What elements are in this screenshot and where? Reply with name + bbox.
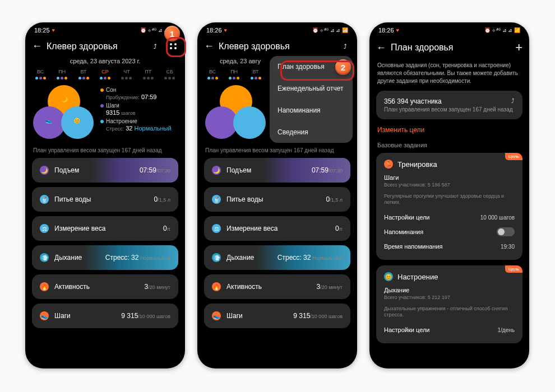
status-icons: ⏰ ⟐ ⁴ᴳ ⊿ ⊿ 📶 <box>484 27 520 33</box>
screen-3-health-plan: 18:26♥ ⏰ ⟐ ⁴ᴳ ⊿ ⊿ 📶 ← План здоровья + Ос… <box>369 22 529 368</box>
cards-list: 🌙Подъем07:59/07:30🥤Питье воды0/1,5 л⚖Изм… <box>197 158 357 328</box>
menu-item[interactable]: Сведения <box>270 121 353 143</box>
annotation-badge-2: 2 <box>335 59 351 75</box>
week-row: ВСПНВТСРЧТПТСБ <box>25 69 185 80</box>
health-icon: ♥ <box>52 27 55 33</box>
card-icon: 💨 <box>40 253 49 262</box>
clover-graphic <box>205 85 267 144</box>
back-icon[interactable]: ← <box>204 40 214 52</box>
clover-graphic: 🌙 👟 😊 <box>33 85 95 144</box>
card-Дыхание[interactable]: 💨ДыханиеСтресс: 32 Нормальный <box>32 245 178 270</box>
card-Питье воды[interactable]: 🥤Питье воды0/1,5 л <box>32 187 178 212</box>
menu-item[interactable]: Напоминания <box>270 99 353 121</box>
status-time: 18:26 <box>378 27 394 34</box>
card-Дыхание[interactable]: 💨ДыханиеСтресс: 32 Нормальный <box>204 245 350 270</box>
add-icon[interactable]: + <box>515 40 522 55</box>
health-icon: ♥ <box>396 27 399 33</box>
card-icon: 👟 <box>212 311 221 320</box>
workout-card: Цель 🏃Тренировка Шаги Всего участников: … <box>376 153 522 260</box>
card-Активность[interactable]: 🔥Активность3/20 минут <box>32 274 178 299</box>
day-ВС[interactable]: ВС <box>207 69 218 80</box>
plan-note: План управления весом запущен 167 дней н… <box>197 147 357 153</box>
card-Шаги[interactable]: 👟Шаги9 315/10 000 шагов <box>204 304 350 328</box>
status-time: 18:25 <box>34 27 50 34</box>
day-ПН[interactable]: ПН <box>57 69 67 80</box>
cards-list: 🌙Подъем07:59/07:30🥤Питье воды0/1,5 л⚖Изм… <box>25 158 185 328</box>
date-label: среда, 23 августа 2023 г. <box>25 58 185 64</box>
share-icon[interactable]: ⤴ <box>150 41 160 52</box>
reminder-toggle[interactable] <box>497 227 515 236</box>
plan-note: План управления весом запущен 167 дней н… <box>25 147 185 153</box>
mood-icon: 😊 <box>384 272 393 281</box>
participants-box[interactable]: 356 394 участника План управления весом … <box>376 91 522 119</box>
run-icon: 🏃 <box>384 160 393 169</box>
back-icon[interactable]: ← <box>32 40 42 52</box>
screen-2-menu-open: 18:26♥ ⏰ ⟐ ⁴ᴳ ⊿ ⊿ 📶 ← Клевер здоровья ⤴ … <box>197 22 357 368</box>
card-icon: 🌙 <box>40 166 49 175</box>
card-icon: 🥤 <box>40 195 49 204</box>
card-icon: 💨 <box>212 253 221 262</box>
status-bar: 18:25♥ ⏰ ⟐ ⁴ᴳ ⊿ ⊿ 📶 <box>25 22 185 38</box>
card-Питье воды[interactable]: 🥤Питье воды0/1,5 л <box>204 187 350 212</box>
menu-icon[interactable] <box>168 41 178 52</box>
plan-description: Основные задания (сон, тренировка и наст… <box>369 58 529 91</box>
card-Шаги[interactable]: 👟Шаги9 315/10 000 шагов <box>32 304 178 328</box>
share-icon[interactable]: ⤴ <box>340 41 350 52</box>
goal-settings-row[interactable]: Настройки цели10 000 шагов <box>384 211 515 224</box>
page-title: Клевер здоровья <box>47 41 142 52</box>
card-Измерение веса[interactable]: ⚖Измерение веса0π <box>32 216 178 241</box>
goal-tag: Цель <box>505 153 522 160</box>
sleep-label: Сон <box>106 87 116 93</box>
card-icon: ⚖ <box>40 224 49 233</box>
goal-tag: Цель <box>505 265 522 273</box>
card-Измерение веса[interactable]: ⚖Измерение веса0π <box>204 216 350 241</box>
mood-label: Настроение <box>106 118 137 124</box>
day-ЧТ[interactable]: ЧТ <box>121 69 132 80</box>
mood-card: Цель 😊Настроение Дыхание Всего участнико… <box>376 265 522 343</box>
card-Подъем[interactable]: 🌙Подъем07:59/07:30 <box>204 158 350 183</box>
page-title: План здоровья <box>391 43 511 53</box>
day-ПН[interactable]: ПН <box>229 69 239 80</box>
day-СР[interactable]: СР <box>100 69 110 80</box>
health-icon: ♥ <box>224 27 227 33</box>
card-icon: 🔥 <box>40 282 49 291</box>
status-bar: 18:26♥ ⏰ ⟐ ⁴ᴳ ⊿ ⊿ 📶 <box>369 22 529 38</box>
status-time: 18:26 <box>206 27 222 34</box>
card-icon: ⚖ <box>212 224 221 233</box>
day-ВТ[interactable]: ВТ <box>78 69 89 80</box>
card-icon: 🌙 <box>212 166 221 175</box>
day-ВТ[interactable]: ВТ <box>251 69 261 80</box>
card-icon: 🥤 <box>212 195 221 204</box>
status-icons: ⏰ ⟐ ⁴ᴳ ⊿ ⊿ 📶 <box>312 27 348 33</box>
status-bar: 18:26♥ ⏰ ⟐ ⁴ᴳ ⊿ ⊿ 📶 <box>197 22 357 38</box>
menu-item[interactable]: Еженедельный отчет <box>270 77 353 99</box>
day-ВС[interactable]: ВС <box>35 69 46 80</box>
card-icon: 👟 <box>40 311 49 320</box>
page-title: Клевер здоровья <box>219 41 332 52</box>
section-title: Базовые задания <box>369 139 529 153</box>
reminders-row[interactable]: Напоминания <box>384 224 515 240</box>
screen-1-clover: 18:25♥ ⏰ ⟐ ⁴ᴳ ⊿ ⊿ 📶 ← Клевер здоровья ⤴ … <box>25 22 185 368</box>
card-Подъем[interactable]: 🌙Подъем07:59/07:30 <box>32 158 178 183</box>
back-icon[interactable]: ← <box>376 42 386 54</box>
share-icon[interactable]: ⤴ <box>511 97 515 104</box>
change-goals-link[interactable]: Изменить цели <box>369 125 529 139</box>
reminder-time-row[interactable]: Время напоминания19:30 <box>384 240 515 253</box>
stats-panel: Сон Пробуждение: 07:59 Шаги 9315 шагов Н… <box>100 85 177 134</box>
day-ПТ[interactable]: ПТ <box>143 69 154 80</box>
day-СБ[interactable]: СБ <box>164 69 175 80</box>
card-icon: 🔥 <box>212 282 221 291</box>
goal-settings-row[interactable]: Настройки цели1/день <box>384 323 515 337</box>
annotation-badge-1: 1 <box>164 26 180 41</box>
steps-label: Шаги <box>106 102 119 109</box>
card-Активность[interactable]: 🔥Активность3/20 минут <box>204 274 350 299</box>
